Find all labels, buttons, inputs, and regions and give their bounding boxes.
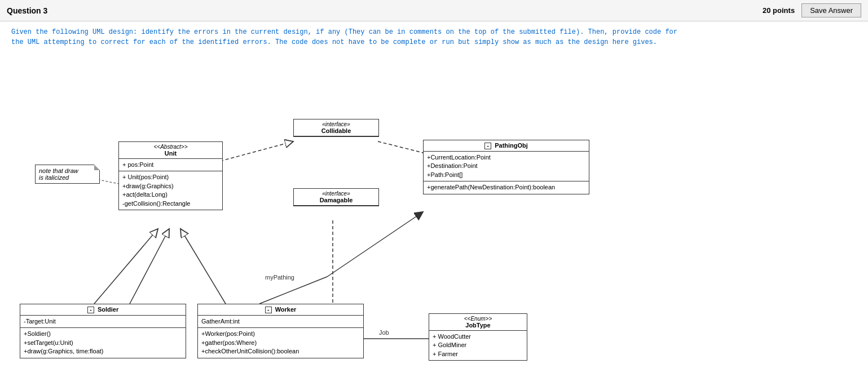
soldier-attr-0: -Target:Unit (24, 317, 182, 326)
unit-method-1: +draw(g:Graphics) (122, 182, 219, 190)
pathing-attributes: +CurrentLocation:Point +Destination:Poin… (424, 152, 589, 181)
pathing-attr-2: +Path:Point[] (427, 171, 585, 179)
unit-method-2: +act(delta:Long) (122, 190, 219, 199)
unit-name: Unit (122, 150, 219, 157)
collidable-header: «interface» Collidable (294, 119, 378, 136)
jobtype-name: JobType (433, 322, 523, 329)
unit-pos: + pos:Point (122, 161, 219, 169)
pathing-name: PathingObj (495, 142, 528, 149)
unit-methods: + Unit(pos:Point) +draw(g:Graphics) +act… (119, 171, 222, 210)
worker-method-0: +Worker(pos:Point) (201, 330, 360, 338)
question-title: Question 3 (7, 6, 47, 15)
mypathing-line2 (327, 212, 423, 277)
jobtype-val-1: + GoldMiner (433, 341, 523, 349)
jobtype-header: <<Enum>> JobType (429, 314, 527, 331)
unit-attributes: + pos:Point (119, 159, 222, 171)
worker-attr-0: GatherAmt:int (201, 317, 360, 326)
soldier-to-unit-arrow2 (130, 229, 169, 304)
worker-collapse[interactable]: - (265, 307, 272, 313)
soldier-method-0: +Soldier() (24, 330, 182, 338)
unit-box: <<Abstract>> Unit + pos:Point + Unit(pos… (118, 141, 223, 210)
note-box: note that draw is italicized (35, 165, 100, 184)
page: Question 3 20 points Save Answer Given t… (0, 0, 868, 368)
damagable-stereotype: «interface» (297, 190, 375, 197)
worker-box: - Worker GatherAmt:int +Worker(pos:Point… (197, 304, 364, 358)
pathing-method-0: +generatePath(NewDestination:Point):bool… (427, 183, 585, 192)
soldier-attributes: -Target:Unit (20, 316, 186, 328)
damagable-box: «interface» Damagable (293, 188, 379, 206)
unit-header: <<Abstract>> Unit (119, 142, 222, 159)
worker-method-2: +checkOtherUnitCollision():boolean (201, 347, 360, 356)
collidable-name: Collidable (297, 127, 375, 134)
soldier-method-2: +draw(g:Graphics, time:float) (24, 347, 182, 356)
diagram-area: myPathing Job myWeapon note that draw is… (0, 54, 868, 368)
mypathing-label: myPathing (265, 274, 294, 281)
damagable-header: «interface» Damagable (294, 189, 378, 206)
pathing-header: - PathingObj (424, 140, 589, 152)
pathing-attr-1: +Destination:Point (427, 162, 585, 170)
worker-method-1: +gather(pos:Where) (201, 339, 360, 347)
worker-to-unit-arrow (180, 229, 226, 304)
soldier-to-unit-arrow (94, 229, 158, 304)
unit-stereotype: <<Abstract>> (122, 144, 219, 150)
jobtype-stereotype: <<Enum>> (433, 316, 523, 322)
soldier-collapse[interactable]: - (87, 307, 94, 313)
soldier-header: - Soldier (20, 304, 186, 316)
note-line1: note that draw (39, 167, 96, 174)
worker-name: Worker (275, 306, 297, 313)
collidable-to-pathing-arrow (378, 141, 423, 153)
pathing-collapse[interactable]: - (484, 143, 491, 149)
soldier-name: Soldier (98, 306, 118, 313)
save-answer-button[interactable]: Save Answer (801, 3, 861, 17)
jobtype-values: + WoodCutter + GoldMiner + Farmer (429, 331, 527, 360)
collidable-stereotype: «interface» (297, 121, 375, 127)
pathing-box: - PathingObj +CurrentLocation:Point +Des… (423, 140, 589, 194)
question-line-1: Given the following UML design: identify… (11, 27, 857, 37)
question-text: Given the following UML design: identify… (11, 27, 857, 47)
jobtype-box: <<Enum>> JobType + WoodCutter + GoldMine… (429, 313, 527, 361)
damagable-name: Damagable (297, 197, 375, 203)
worker-attributes: GatherAmt:int (198, 316, 363, 328)
worker-header: - Worker (198, 304, 363, 316)
soldier-box: - Soldier -Target:Unit +Soldier() +setTa… (20, 304, 186, 358)
header: Question 3 20 points Save Answer (0, 0, 868, 21)
note-line2: is italicized (39, 174, 96, 181)
job-label: Job (379, 329, 389, 336)
jobtype-val-0: + WoodCutter (433, 332, 523, 341)
unit-method-3: -getCollision():Rectangle (122, 199, 219, 208)
unit-to-collidable-arrow (220, 141, 293, 161)
points-label: 20 points (763, 6, 795, 15)
header-right: 20 points Save Answer (763, 3, 861, 17)
mypathing-line1 (259, 277, 327, 304)
soldier-methods: +Soldier() +setTarget(u:Unit) +draw(g:Gr… (20, 328, 186, 357)
collidable-box: «interface» Collidable (293, 119, 379, 137)
question-line-2: the UML attempting to correct for each o… (11, 37, 857, 47)
unit-method-0: + Unit(pos:Point) (122, 173, 219, 181)
question-body: Given the following UML design: identify… (0, 21, 868, 54)
soldier-method-1: +setTarget(u:Unit) (24, 339, 182, 347)
worker-methods: +Worker(pos:Point) +gather(pos:Where) +c… (198, 328, 363, 357)
pathing-methods: +generatePath(NewDestination:Point):bool… (424, 181, 589, 193)
jobtype-val-2: + Farmer (433, 350, 523, 358)
pathing-attr-0: +CurrentLocation:Point (427, 153, 585, 162)
